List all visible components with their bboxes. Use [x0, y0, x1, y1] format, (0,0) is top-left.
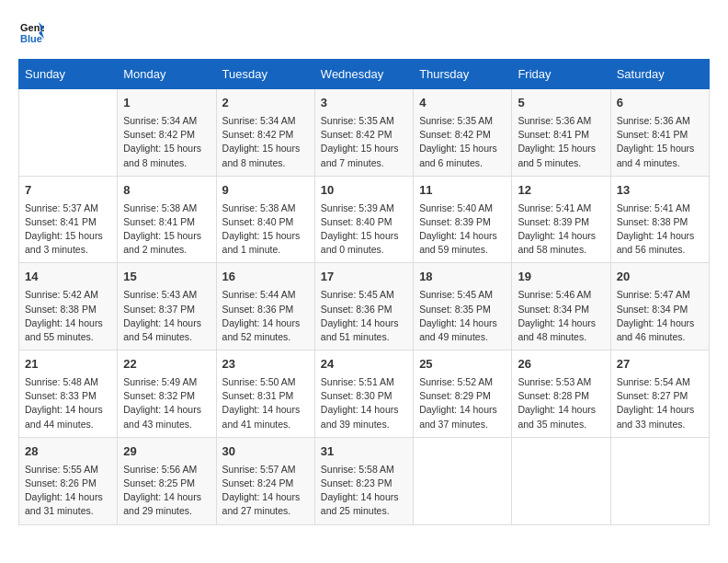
calendar-cell: 2Sunrise: 5:34 AM Sunset: 8:42 PM Daylig…	[216, 89, 314, 177]
weekday-header-sunday: Sunday	[19, 60, 118, 89]
day-info: Sunrise: 5:51 AM Sunset: 8:30 PM Dayligh…	[321, 375, 407, 431]
weekday-header-friday: Friday	[512, 60, 610, 89]
calendar-cell: 5Sunrise: 5:36 AM Sunset: 8:41 PM Daylig…	[512, 89, 610, 177]
day-number: 28	[25, 443, 111, 461]
day-info: Sunrise: 5:34 AM Sunset: 8:42 PM Dayligh…	[123, 114, 210, 170]
day-number: 14	[25, 269, 111, 286]
calendar-cell: 14Sunrise: 5:42 AM Sunset: 8:38 PM Dayli…	[19, 263, 118, 350]
day-info: Sunrise: 5:44 AM Sunset: 8:36 PM Dayligh…	[222, 288, 309, 344]
day-number: 4	[419, 95, 506, 112]
day-number: 11	[419, 182, 506, 200]
day-number: 19	[518, 269, 604, 286]
day-info: Sunrise: 5:38 AM Sunset: 8:40 PM Dayligh…	[222, 201, 309, 258]
day-number: 17	[321, 269, 407, 286]
day-number: 24	[321, 356, 407, 373]
day-info: Sunrise: 5:41 AM Sunset: 8:38 PM Dayligh…	[617, 201, 703, 258]
day-info: Sunrise: 5:55 AM Sunset: 8:26 PM Dayligh…	[25, 463, 111, 519]
day-number: 16	[222, 269, 309, 286]
day-info: Sunrise: 5:48 AM Sunset: 8:33 PM Dayligh…	[25, 375, 111, 431]
day-info: Sunrise: 5:58 AM Sunset: 8:23 PM Dayligh…	[321, 463, 407, 519]
calendar-cell: 10Sunrise: 5:39 AM Sunset: 8:40 PM Dayli…	[314, 176, 413, 263]
page-header: General Blue	[18, 18, 710, 44]
week-row-2: 7Sunrise: 5:37 AM Sunset: 8:41 PM Daylig…	[19, 176, 710, 263]
day-number: 15	[123, 269, 210, 286]
day-info: Sunrise: 5:50 AM Sunset: 8:31 PM Dayligh…	[222, 375, 309, 431]
day-info: Sunrise: 5:57 AM Sunset: 8:24 PM Dayligh…	[222, 463, 309, 519]
day-number: 1	[123, 95, 210, 112]
calendar-cell	[512, 437, 610, 524]
calendar-cell: 26Sunrise: 5:53 AM Sunset: 8:28 PM Dayli…	[512, 350, 610, 438]
day-number: 31	[321, 443, 407, 461]
weekday-header-thursday: Thursday	[414, 60, 512, 89]
calendar-cell: 15Sunrise: 5:43 AM Sunset: 8:37 PM Dayli…	[118, 263, 216, 350]
day-number: 2	[222, 95, 309, 112]
weekday-header-tuesday: Tuesday	[216, 60, 314, 89]
logo-icon: General Blue	[18, 18, 44, 44]
day-info: Sunrise: 5:43 AM Sunset: 8:37 PM Dayligh…	[123, 288, 210, 344]
day-info: Sunrise: 5:47 AM Sunset: 8:34 PM Dayligh…	[617, 288, 703, 344]
day-number: 22	[123, 356, 210, 373]
day-info: Sunrise: 5:52 AM Sunset: 8:29 PM Dayligh…	[419, 375, 506, 431]
day-info: Sunrise: 5:34 AM Sunset: 8:42 PM Dayligh…	[222, 114, 309, 170]
day-number: 6	[617, 95, 703, 112]
day-info: Sunrise: 5:40 AM Sunset: 8:39 PM Dayligh…	[419, 201, 506, 258]
day-info: Sunrise: 5:35 AM Sunset: 8:42 PM Dayligh…	[419, 114, 506, 170]
day-info: Sunrise: 5:37 AM Sunset: 8:41 PM Dayligh…	[25, 201, 111, 258]
calendar-cell: 17Sunrise: 5:45 AM Sunset: 8:36 PM Dayli…	[314, 263, 413, 350]
week-row-5: 28Sunrise: 5:55 AM Sunset: 8:26 PM Dayli…	[19, 437, 710, 524]
calendar-cell: 6Sunrise: 5:36 AM Sunset: 8:41 PM Daylig…	[610, 89, 709, 177]
calendar-cell: 31Sunrise: 5:58 AM Sunset: 8:23 PM Dayli…	[314, 437, 413, 524]
day-number: 13	[617, 182, 703, 200]
calendar-cell: 30Sunrise: 5:57 AM Sunset: 8:24 PM Dayli…	[216, 437, 314, 524]
day-info: Sunrise: 5:39 AM Sunset: 8:40 PM Dayligh…	[321, 201, 407, 258]
day-number: 10	[321, 182, 407, 200]
calendar-cell	[414, 437, 512, 524]
week-row-1: 1Sunrise: 5:34 AM Sunset: 8:42 PM Daylig…	[19, 89, 710, 177]
day-number: 20	[617, 269, 703, 286]
calendar-cell: 28Sunrise: 5:55 AM Sunset: 8:26 PM Dayli…	[19, 437, 118, 524]
calendar-cell: 23Sunrise: 5:50 AM Sunset: 8:31 PM Dayli…	[216, 350, 314, 438]
calendar-cell: 27Sunrise: 5:54 AM Sunset: 8:27 PM Dayli…	[610, 350, 709, 438]
day-info: Sunrise: 5:45 AM Sunset: 8:36 PM Dayligh…	[321, 288, 407, 344]
day-number: 12	[518, 182, 604, 200]
calendar-cell	[610, 437, 709, 524]
calendar-cell: 3Sunrise: 5:35 AM Sunset: 8:42 PM Daylig…	[314, 89, 413, 177]
day-number: 26	[518, 356, 604, 373]
weekday-header-wednesday: Wednesday	[314, 60, 413, 89]
calendar-cell: 21Sunrise: 5:48 AM Sunset: 8:33 PM Dayli…	[19, 350, 118, 438]
week-row-3: 14Sunrise: 5:42 AM Sunset: 8:38 PM Dayli…	[19, 263, 710, 350]
day-number: 7	[25, 182, 111, 200]
day-info: Sunrise: 5:36 AM Sunset: 8:41 PM Dayligh…	[617, 114, 703, 170]
day-number: 27	[617, 356, 703, 373]
day-info: Sunrise: 5:53 AM Sunset: 8:28 PM Dayligh…	[518, 375, 604, 431]
calendar-cell: 8Sunrise: 5:38 AM Sunset: 8:41 PM Daylig…	[118, 176, 216, 263]
day-info: Sunrise: 5:45 AM Sunset: 8:35 PM Dayligh…	[419, 288, 506, 344]
day-number: 30	[222, 443, 309, 461]
day-info: Sunrise: 5:38 AM Sunset: 8:41 PM Dayligh…	[123, 201, 210, 258]
day-info: Sunrise: 5:54 AM Sunset: 8:27 PM Dayligh…	[617, 375, 703, 431]
calendar-cell: 4Sunrise: 5:35 AM Sunset: 8:42 PM Daylig…	[414, 89, 512, 177]
day-info: Sunrise: 5:35 AM Sunset: 8:42 PM Dayligh…	[321, 114, 407, 170]
day-info: Sunrise: 5:36 AM Sunset: 8:41 PM Dayligh…	[518, 114, 604, 170]
day-number: 18	[419, 269, 506, 286]
weekday-header-saturday: Saturday	[610, 60, 709, 89]
day-number: 29	[123, 443, 210, 461]
day-number: 5	[518, 95, 604, 112]
calendar-cell: 25Sunrise: 5:52 AM Sunset: 8:29 PM Dayli…	[414, 350, 512, 438]
calendar-cell: 29Sunrise: 5:56 AM Sunset: 8:25 PM Dayli…	[118, 437, 216, 524]
calendar-cell: 24Sunrise: 5:51 AM Sunset: 8:30 PM Dayli…	[314, 350, 413, 438]
calendar-cell: 1Sunrise: 5:34 AM Sunset: 8:42 PM Daylig…	[118, 89, 216, 177]
calendar-cell: 18Sunrise: 5:45 AM Sunset: 8:35 PM Dayli…	[414, 263, 512, 350]
calendar-cell: 13Sunrise: 5:41 AM Sunset: 8:38 PM Dayli…	[610, 176, 709, 263]
day-number: 9	[222, 182, 309, 200]
logo: General Blue	[18, 18, 48, 44]
calendar-cell: 20Sunrise: 5:47 AM Sunset: 8:34 PM Dayli…	[610, 263, 709, 350]
day-number: 25	[419, 356, 506, 373]
calendar-table: SundayMondayTuesdayWednesdayThursdayFrid…	[18, 59, 710, 525]
calendar-cell: 11Sunrise: 5:40 AM Sunset: 8:39 PM Dayli…	[414, 176, 512, 263]
day-number: 8	[123, 182, 210, 200]
calendar-cell: 9Sunrise: 5:38 AM Sunset: 8:40 PM Daylig…	[216, 176, 314, 263]
day-info: Sunrise: 5:46 AM Sunset: 8:34 PM Dayligh…	[518, 288, 604, 344]
day-info: Sunrise: 5:49 AM Sunset: 8:32 PM Dayligh…	[123, 375, 210, 431]
day-number: 23	[222, 356, 309, 373]
